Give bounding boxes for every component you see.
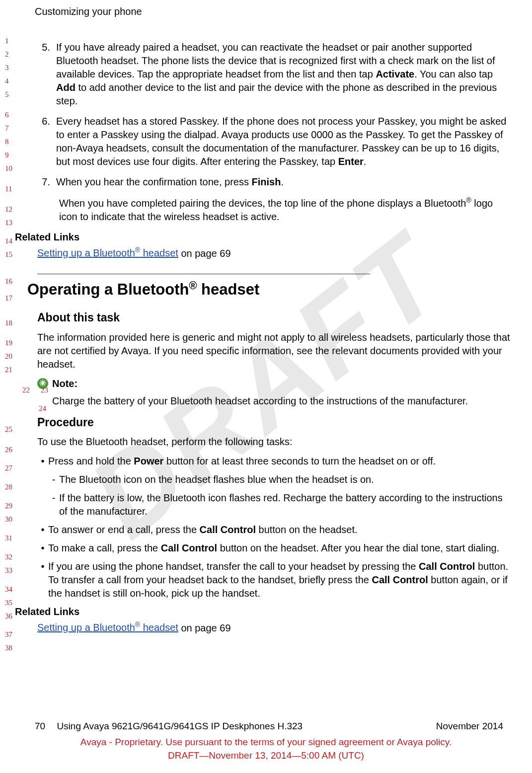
line-number: 2	[5, 49, 9, 59]
step-body: When you hear the confirmation tone, pre…	[56, 175, 512, 189]
text: If you are using the phone handset, tran…	[48, 561, 419, 572]
line-number: 37	[5, 629, 12, 639]
text: to add another device to the list and pa…	[56, 82, 497, 106]
link-text: headset	[140, 622, 178, 633]
bullet-item: • Press and hold the Power button for at…	[37, 455, 512, 468]
line-number: 22	[22, 385, 30, 395]
footer-draft-stamp: DRAFT—November 13, 2014—5:00 AM (UTC)	[0, 749, 532, 762]
note-row: ✳ Note:	[37, 377, 512, 390]
text: To answer or end a call, press the	[48, 524, 200, 535]
bullet-body: Press and hold the Power button for at l…	[48, 455, 512, 468]
registered-mark: ®	[135, 246, 140, 254]
bullet-body: To make a call, press the Call Control b…	[48, 541, 512, 555]
dash-body: If the battery is low, the Bluetooth ico…	[59, 491, 512, 518]
line-number: 16	[5, 276, 12, 286]
text: on page 69	[178, 247, 231, 258]
bullet-item: • To answer or end a call, press the Cal…	[37, 523, 512, 537]
link-text: Setting up a Bluetooth	[37, 247, 135, 258]
registered-mark: ®	[189, 279, 197, 292]
line-number: 10	[5, 163, 12, 173]
bold-text: Call Control	[200, 524, 256, 535]
line-number: 3	[5, 63, 9, 73]
dash-body: The Bluetooth icon on the headset flashe…	[59, 473, 512, 486]
text: Every headset has a stored Passkey. If t…	[56, 116, 506, 167]
dash-item: - If the battery is low, the Bluetooth i…	[48, 491, 512, 518]
related-links-heading: Related Links	[15, 231, 512, 244]
step-7: 7. When you hear the confirmation tone, …	[37, 175, 512, 189]
line-number: 34	[5, 584, 12, 594]
line-number: 21	[5, 365, 12, 375]
link-text: Setting up a Bluetooth	[37, 622, 135, 633]
line-number: 12	[5, 204, 12, 214]
note-label: Note:	[52, 377, 77, 390]
text: To make a call, press the	[48, 542, 161, 553]
line-number: 14	[5, 236, 12, 246]
line-number: 26	[5, 445, 12, 455]
step-5: 5. If you have already paired a headset,…	[37, 41, 512, 108]
footer-proprietary: Avaya - Proprietary. Use pursuant to the…	[0, 736, 532, 749]
text: button on the headset.	[256, 524, 358, 535]
page-number: 70	[35, 721, 45, 731]
bold-text: Activate	[376, 69, 414, 79]
line-number: 9	[5, 150, 9, 160]
line-number: 38	[5, 643, 12, 653]
line-number: 28	[5, 482, 12, 492]
line-number: 29	[5, 501, 12, 511]
step-number: 7.	[37, 175, 56, 189]
about-paragraph: The information provided here is generic…	[37, 331, 512, 371]
step-6: 6. Every headset has a stored Passkey. I…	[37, 115, 512, 168]
line-number: 17	[5, 293, 12, 303]
line-number: 23	[41, 385, 48, 395]
bullet-item: • To make a call, press the Call Control…	[37, 541, 512, 555]
bullet-body: If you are using the phone handset, tran…	[48, 560, 512, 600]
step-body: Every headset has a stored Passkey. If t…	[56, 115, 512, 168]
text: When you hear the confirmation tone, pre…	[56, 176, 252, 187]
bold-text: Power	[134, 456, 163, 466]
bullet-body: To answer or end a call, press the Call …	[48, 523, 512, 537]
registered-mark: ®	[466, 196, 471, 204]
page-header: Customizing your phone	[35, 5, 512, 18]
line-number: 6	[5, 110, 9, 120]
dash-mark: -	[48, 491, 59, 518]
link-text: headset	[140, 247, 178, 258]
text: . You can also tap	[414, 69, 493, 79]
note-body: Charge the battery of your Bluetooth hea…	[52, 394, 512, 408]
related-link[interactable]: Setting up a Bluetooth® headset	[37, 247, 178, 258]
bold-text: Call Control	[419, 561, 475, 572]
line-number: 36	[5, 611, 12, 621]
text: Press and hold the	[48, 456, 134, 466]
bold-text: Enter	[338, 156, 364, 167]
bold-text: Call Control	[372, 574, 428, 585]
related-links-heading: Related Links	[15, 605, 512, 618]
bullet-mark: •	[37, 523, 48, 537]
bold-text: Finish	[252, 176, 281, 187]
section-title: Operating a Bluetooth® headset	[27, 278, 512, 300]
registered-mark: ®	[135, 621, 140, 629]
line-number: 33	[5, 565, 12, 575]
line-number: 35	[5, 598, 12, 608]
step-number: 6.	[37, 115, 56, 168]
line-number: 19	[5, 338, 12, 348]
line-number: 5	[5, 89, 9, 99]
related-link-row: Setting up a Bluetooth® headset on page …	[37, 620, 512, 635]
text: .	[364, 156, 367, 167]
title-text: headset	[197, 281, 259, 299]
line-number: 8	[5, 137, 9, 147]
bold-text: Add	[56, 82, 76, 93]
section-divider	[37, 274, 370, 274]
procedure-intro: To use the Bluetooth headset, perform th…	[37, 435, 512, 449]
line-number: 25	[5, 424, 12, 434]
step-number: 5.	[37, 41, 56, 108]
bullet-item: • If you are using the phone handset, tr…	[37, 560, 512, 600]
step-body: If you have already paired a headset, yo…	[56, 41, 512, 108]
bullet-mark: •	[37, 541, 48, 555]
bullet-mark: •	[37, 455, 48, 468]
line-number: 1	[5, 36, 9, 46]
procedure-heading: Procedure	[37, 415, 512, 430]
step-7-followup: When you have completed pairing the devi…	[59, 196, 512, 224]
text: .	[281, 176, 284, 187]
related-link[interactable]: Setting up a Bluetooth® headset	[37, 622, 178, 633]
page-footer: 70 Using Avaya 9621G/9641G/9641GS IP Des…	[0, 720, 532, 762]
line-number: 31	[5, 533, 12, 543]
text: button on the headset. After you hear th…	[217, 542, 499, 553]
